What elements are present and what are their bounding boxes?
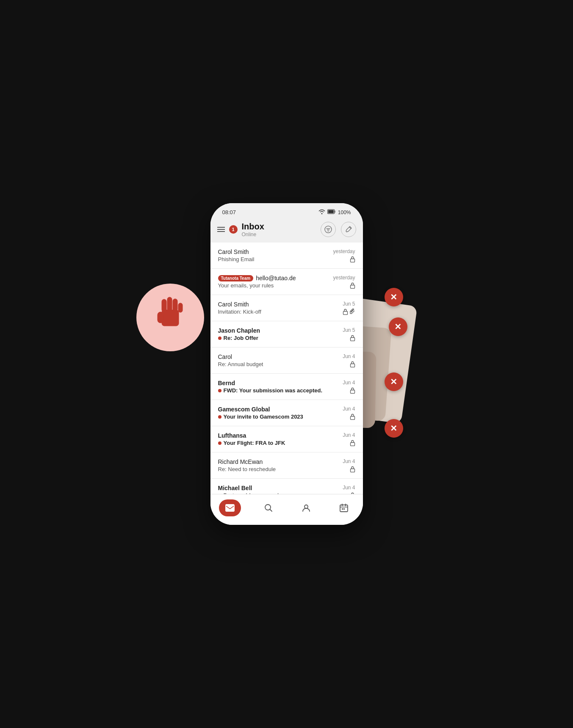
svg-rect-9 [350,259,354,262]
status-bar: 08:07 100% [210,203,363,218]
email-date: Jun 5 [343,301,355,307]
filter-button[interactable] [321,222,336,237]
battery-icon [327,209,336,215]
email-icons [350,440,355,446]
email-item[interactable]: Richard McEwanRe: Need to rescheduleJun … [210,452,363,479]
email-sender: Lufthansa [218,432,339,439]
lock-icon [350,387,355,394]
email-item[interactable]: Michael BellPartnership proposalJun 4 [210,479,363,494]
paperclip-icon [350,309,355,315]
nav-calendar[interactable] [334,499,354,516]
email-subject: Re: Need to reschedule [218,466,339,472]
svg-rect-19 [226,505,234,511]
email-item[interactable]: Gamescom GlobalYour invite to Gamescom 2… [210,400,363,426]
email-date: yesterday [333,275,355,281]
email-sender: Michael Bell [218,485,339,491]
lock-icon [350,440,355,446]
svg-rect-11 [343,312,347,315]
email-item[interactable]: BerndFWD: Your submission was accepted.J… [210,374,363,400]
nav-contacts[interactable] [296,499,316,516]
email-item[interactable]: Tutanota Teamhello@tutao.deYour emails, … [210,269,363,295]
email-right: yesterday [333,275,355,289]
svg-rect-13 [350,364,354,367]
delete-button-2[interactable]: ✕ [389,317,407,336]
tutanota-badge: Tutanota Team [218,275,254,281]
notification-badge: 1 [229,225,238,234]
email-date: yesterday [333,248,355,254]
email-sender: Carol Smith [218,248,329,255]
email-subject: Invitation: Kick-off [218,309,338,315]
email-left: Gamescom GlobalYour invite to Gamescom 2… [218,406,339,420]
status-indicators: 100% [318,209,351,215]
lock-icon [350,414,355,420]
email-left: LufthansaYour Flight: FRA to JFK [218,432,339,446]
email-right: Jun 4 [343,406,355,420]
email-icons [343,309,355,315]
email-item[interactable]: Carol SmithInvitation: Kick-offJun 5 [210,295,363,321]
email-sender: Richard McEwan [218,458,339,465]
delete-button-1[interactable]: ✕ [385,288,403,306]
tutanota-email: hello@tutao.de [256,275,296,281]
email-sender: Bernd [218,380,339,386]
inbox-title-group: Inbox Online [242,221,264,237]
email-date: Jun 4 [343,458,355,464]
bottom-nav [210,494,363,525]
email-list: Carol SmithPhishing Emailyesterday Tutan… [210,243,363,494]
email-item[interactable]: CarolRe: Annual budgetJun 4 [210,347,363,374]
email-subject: Phishing Email [218,256,329,262]
lock-icon [350,361,355,367]
email-icons [350,414,355,420]
svg-point-8 [325,226,332,233]
svg-rect-16 [350,443,354,446]
svg-rect-4 [173,299,177,312]
scene: ✕ ✕ ✕ ✕ 08:07 [177,190,397,538]
email-left: BerndFWD: Your submission was accepted. [218,380,339,394]
delete-button-4[interactable]: ✕ [385,419,403,438]
nav-search[interactable] [258,499,279,516]
email-left: CarolRe: Annual budget [218,353,339,367]
email-item[interactable]: LufthansaYour Flight: FRA to JFKJun 4 [210,426,363,452]
email-left: Richard McEwanRe: Need to reschedule [218,458,339,472]
svg-rect-14 [350,390,354,394]
email-subject: Your emails, your rules [218,282,329,289]
email-sender: Carol [218,353,339,360]
email-item[interactable]: Jason ChaplenRe: Job OfferJun 5 [210,321,363,347]
svg-rect-5 [178,303,183,312]
svg-rect-2 [162,299,166,312]
email-left: Carol SmithPhishing Email [218,248,329,262]
unread-dot [218,441,221,445]
email-icons [350,361,355,367]
email-date: Jun 4 [343,353,355,359]
email-date: Jun 4 [343,406,355,412]
hand-bubble [136,284,204,351]
email-subject: Your invite to Gamescom 2023 [218,414,339,420]
email-subject: Re: Annual budget [218,361,339,367]
email-item[interactable]: Carol SmithPhishing Emailyesterday [210,243,363,269]
email-right: Jun 4 [343,380,355,394]
email-left: Tutanota Teamhello@tutao.deYour emails, … [218,275,329,289]
delete-button-3[interactable]: ✕ [385,372,403,391]
unread-dot [218,336,221,340]
email-subject: FWD: Your submission was accepted. [218,387,339,394]
email-left: Jason ChaplenRe: Job Offer [218,327,339,341]
email-sender: Jason Chaplen [218,327,339,334]
wifi-icon [318,209,325,215]
phone-shell: 08:07 100% [210,203,363,525]
compose-button[interactable] [341,222,356,237]
email-right: Jun 4 [343,353,355,367]
email-date: Jun 4 [343,380,355,386]
inbox-title: Inbox [242,221,264,232]
email-right: yesterday [333,248,355,262]
svg-rect-25 [343,508,345,510]
email-right: Jun 4 [343,458,355,472]
email-sender: Gamescom Global [218,406,339,413]
svg-rect-1 [158,312,163,323]
email-sender: Tutanota Teamhello@tutao.de [218,275,329,281]
email-icons [350,466,355,472]
svg-rect-0 [162,310,179,326]
hamburger-menu[interactable] [217,227,225,232]
nav-mail[interactable] [219,499,241,516]
email-subject: Your Flight: FRA to JFK [218,440,339,446]
svg-rect-24 [342,508,343,510]
unread-dot [218,389,221,392]
